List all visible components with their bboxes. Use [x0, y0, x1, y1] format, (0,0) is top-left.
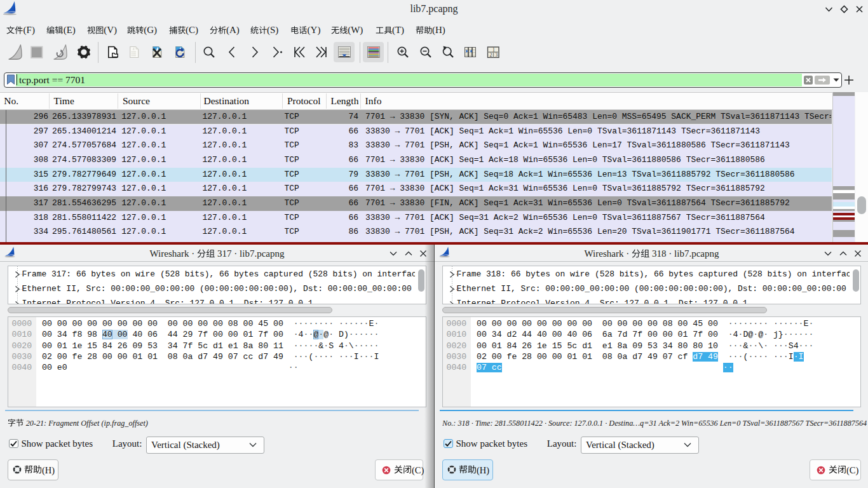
svg-text:3: 3	[496, 52, 498, 58]
svg-text:2: 2	[490, 52, 492, 58]
svg-text:1: 1	[492, 47, 495, 53]
